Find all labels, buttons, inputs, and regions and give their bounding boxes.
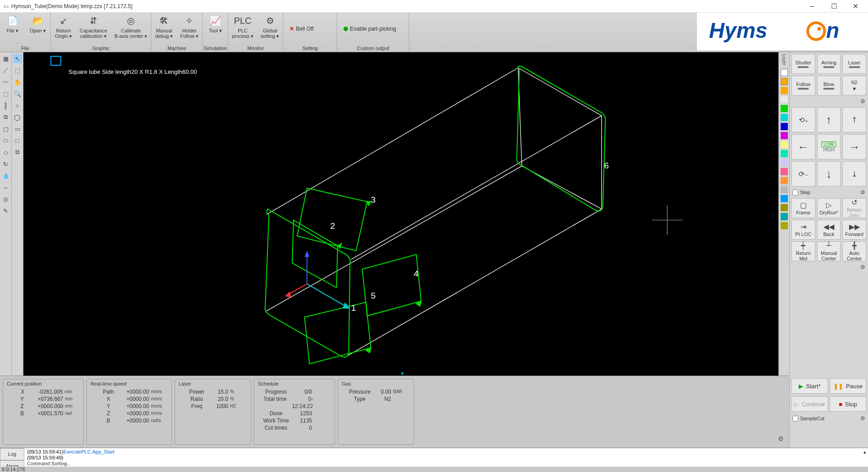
jog-right-button[interactable]: → xyxy=(842,134,866,159)
ribbon-plc-process-button[interactable]: PLCPLCprocess ▾ xyxy=(228,13,257,45)
auto-center-button[interactable]: ╋Auto Center xyxy=(842,241,866,261)
pan-icon[interactable]: ✋ xyxy=(13,77,22,86)
layer-swatch-6[interactable] xyxy=(781,123,788,130)
jog-up-button[interactable]: ↑ xyxy=(817,107,841,132)
step-checkbox[interactable]: Step⚙ xyxy=(791,188,866,196)
group-icon[interactable]: ⬚ xyxy=(1,89,10,98)
layer-swatch-15[interactable] xyxy=(781,204,788,211)
log-tab[interactable]: Log xyxy=(0,448,24,460)
minimize-button[interactable]: ─ xyxy=(803,2,821,10)
ribbon: 📄File ▾📂Open ▾File↙ReturnOrigin ▾⇵Capaci… xyxy=(0,13,868,52)
layer-swatch-10[interactable] xyxy=(781,159,788,166)
ribbon-calibrate-b-axis-center-button[interactable]: ◎CalibrateB-axis center ▾ xyxy=(111,13,151,45)
ribbon-group-machine: Machine xyxy=(151,45,202,52)
select-icon[interactable]: ⬚ xyxy=(13,66,22,75)
layer-swatch-13[interactable] xyxy=(781,186,788,193)
canvas-3d-view[interactable]: Square tube Side length20 X R1.8 X Lengt… xyxy=(23,52,778,376)
turn-icon[interactable]: ↻ xyxy=(1,159,10,168)
gear-icon[interactable]: ⚙ xyxy=(778,435,784,442)
drop-icon[interactable]: 💧 xyxy=(1,171,10,180)
jog-z-down-button[interactable]: ⤓ xyxy=(842,161,866,186)
jog-left-button[interactable]: ← xyxy=(791,134,815,159)
scroll-up-icon[interactable]: ▴ xyxy=(863,449,866,455)
ribbon-manual-debug-button[interactable]: 🛠Manualdebug ▾ xyxy=(151,13,176,45)
layer-swatch-11[interactable] xyxy=(781,168,788,175)
pt-loc-button[interactable]: ⇥Pt LOC xyxy=(791,220,815,240)
ribbon-return-origin-button[interactable]: ↙ReturnOrigin ▾ xyxy=(51,13,76,45)
layer-swatch-9[interactable] xyxy=(781,150,788,157)
layer-swatch-16[interactable] xyxy=(781,213,788,220)
svg-point-2 xyxy=(817,27,821,31)
square-icon[interactable]: □ xyxy=(13,136,22,145)
cursor-icon[interactable]: ↖ xyxy=(13,54,22,63)
samplecut-checkbox[interactable]: SampleCut⚙ xyxy=(791,414,866,422)
laser-button[interactable]: Laser xyxy=(842,54,866,74)
bell-off-toggle[interactable]: ✕Bell Off xyxy=(287,26,333,32)
mirror-icon[interactable]: ⧉ xyxy=(1,113,10,122)
layer-swatch-4[interactable] xyxy=(781,105,788,112)
return-zero-button[interactable]: ↺Return Zero xyxy=(842,198,866,218)
zoom-icon[interactable]: 🔍 xyxy=(13,89,22,98)
jog-down-button[interactable]: ↓ xyxy=(817,161,841,186)
gear-icon[interactable]: ⚙ xyxy=(860,264,865,270)
polygon-icon[interactable]: ◇ xyxy=(1,148,10,157)
rect-icon[interactable]: ▢ xyxy=(1,124,10,133)
manual-center-button[interactable]: ┴Manual Center xyxy=(817,241,841,261)
layer-swatch-12[interactable] xyxy=(781,177,788,184)
pause-button[interactable]: ❚❚Pause xyxy=(830,378,866,394)
jog-rotate-cw-button[interactable]: ⟳₋ xyxy=(791,161,815,186)
layer-swatch-0[interactable] xyxy=(781,69,788,76)
pen-icon[interactable]: ✎ xyxy=(1,206,10,215)
layer-swatch-14[interactable] xyxy=(781,195,788,202)
jog-z-up-button[interactable]: ⤒ xyxy=(842,107,866,132)
layer-swatch-17[interactable] xyxy=(781,222,788,229)
jog-rotate-ccw-button[interactable]: ⟲₊ xyxy=(791,107,815,132)
return-mid-button[interactable]: ┿Return Mid xyxy=(791,241,815,261)
slot-icon[interactable]: ⬭ xyxy=(1,136,10,145)
rect2-icon[interactable]: ▭ xyxy=(13,124,22,133)
aiming-button[interactable]: Aiming xyxy=(817,54,841,74)
layer-swatch-2[interactable] xyxy=(781,87,788,94)
gear-icon[interactable]: ⚙ xyxy=(860,98,865,104)
close-button[interactable]: ✕ xyxy=(846,2,864,10)
continue-button[interactable]: ▷Continue xyxy=(791,396,828,412)
layer-swatch-3[interactable] xyxy=(781,96,788,103)
layer-swatch-7[interactable] xyxy=(781,132,788,139)
gear-icon[interactable]: ⚙ xyxy=(860,189,865,195)
grid-icon[interactable]: ▦ xyxy=(1,54,10,63)
layer-swatch-5[interactable] xyxy=(781,114,788,121)
line-icon[interactable]: ／ xyxy=(1,66,10,75)
speed-lowhigh-button[interactable]: LOWHIGH xyxy=(817,134,841,159)
move-icon[interactable]: ↔ xyxy=(1,183,10,192)
follow-button[interactable]: Follow xyxy=(791,76,815,95)
log-line: Command:Sorting.. xyxy=(27,461,865,467)
enable-partpick-toggle[interactable]: Enable part-picking xyxy=(341,26,405,32)
dryrun-button[interactable]: ▷DryRun* xyxy=(817,198,841,218)
layer-swatch-8[interactable] xyxy=(781,141,788,148)
circle-icon[interactable]: ○ xyxy=(13,101,22,110)
back-button[interactable]: ◀◀Back xyxy=(817,220,841,240)
frame-button[interactable]: ▢Frame xyxy=(791,198,815,218)
target-icon[interactable]: ◎ xyxy=(1,195,10,204)
maximize-button[interactable]: ☐ xyxy=(825,2,843,10)
align-icon[interactable]: ║ xyxy=(1,101,10,110)
status-row: Z+0000.00mm/s xyxy=(90,410,168,417)
ribbon-file-button[interactable]: 📄File ▾ xyxy=(0,13,25,45)
dup-icon[interactable]: ⧉ xyxy=(13,148,22,157)
status-row: Done1253 xyxy=(258,410,331,417)
shutter-button[interactable]: Shutter xyxy=(791,54,815,74)
ellipse-icon[interactable]: ◯ xyxy=(13,113,22,122)
ribbon-holder-follow-button[interactable]: ✧HolderFollow ▾ xyxy=(176,13,202,45)
blow-button[interactable]: Blow xyxy=(817,76,841,95)
gear-icon[interactable]: ⚙ xyxy=(860,415,865,422)
ribbon-capacitance-calibration-button[interactable]: ⇵Capacitancecalibration ▾ xyxy=(76,13,111,45)
ribbon-open-button[interactable]: 📂Open ▾ xyxy=(25,13,50,45)
start-button[interactable]: ▶Start* xyxy=(791,378,828,394)
stop-button[interactable]: ■Stop xyxy=(830,396,866,412)
forward-button[interactable]: ▶▶Forward xyxy=(842,220,866,240)
curve-icon[interactable]: 〰 xyxy=(1,77,10,86)
n2-button[interactable]: N2▼ xyxy=(842,76,866,95)
ribbon-tool-button[interactable]: 📈Tool ▾ xyxy=(203,13,228,45)
layer-swatch-1[interactable] xyxy=(781,78,788,85)
ribbon-global-setting-button[interactable]: ⚙Globalsetting ▾ xyxy=(257,13,283,45)
